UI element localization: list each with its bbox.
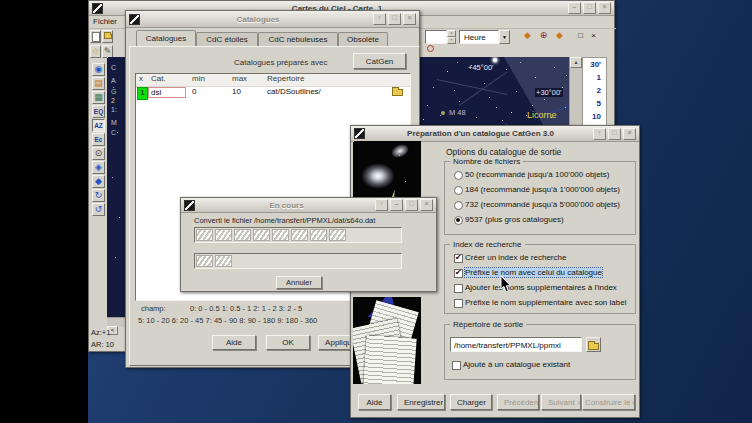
tab-obsolete[interactable]: Obsolète: [338, 32, 388, 46]
create-index-checkbox[interactable]: [454, 254, 463, 263]
catgen-titlebar[interactable]: Préparation d'un catalogue CatGen 3.0 ↑ …: [351, 126, 639, 142]
table-row[interactable]: 1 dsl 0 10 cat/DSoutlines/: [136, 87, 410, 99]
dec-label-45: +45°00': [468, 63, 494, 72]
spin-down-icon[interactable]: ▼: [447, 37, 456, 44]
dock-panel-icon[interactable]: □: [575, 30, 586, 41]
progress-titlebar[interactable]: En cours ↑ – □ ×: [181, 198, 436, 213]
ok-button[interactable]: OK: [266, 335, 310, 350]
maximize-icon[interactable]: □: [405, 199, 418, 211]
open-folder-icon[interactable]: [102, 30, 113, 43]
fov-item[interactable]: 5: [583, 97, 606, 110]
enregistrer-button[interactable]: Enregistrer: [397, 394, 445, 410]
prefix-extra-name-checkbox[interactable]: [454, 299, 463, 308]
fov-item[interactable]: 1: [583, 71, 606, 84]
aide-button[interactable]: Aide: [212, 335, 256, 350]
spin-up-icon[interactable]: ▲: [447, 30, 456, 37]
suivant-button[interactable]: Suivant >: [541, 394, 581, 410]
close-icon[interactable]: ×: [598, 2, 611, 14]
fov-item[interactable]: 10: [583, 110, 606, 123]
append-existing-checkbox[interactable]: [452, 361, 461, 370]
create-index-label[interactable]: Créer un index de recherche: [465, 253, 633, 262]
radio-9537[interactable]: [454, 216, 463, 225]
combo-dropdown-icon[interactable]: ▼: [499, 30, 510, 44]
radio-732[interactable]: [454, 201, 463, 210]
prefix-name-label[interactable]: Préfixe le nom avec celui du catalogue: [465, 268, 602, 277]
prefix-name-checkbox[interactable]: [454, 269, 463, 278]
max-cell[interactable]: 10: [232, 87, 241, 96]
col-min[interactable]: min: [192, 74, 205, 83]
col-max[interactable]: max: [232, 74, 247, 83]
active-cell[interactable]: 1: [137, 87, 148, 100]
fov-item[interactable]: 2: [583, 84, 606, 97]
prepared-with-label: Catalogues préparés avec: [234, 58, 327, 67]
time-step-spinner[interactable]: ▲ ▼: [447, 30, 456, 44]
rollup-icon[interactable]: ↑: [375, 199, 388, 211]
eq-coords-button[interactable]: EQ: [92, 105, 105, 118]
browse-output-icon[interactable]: [586, 337, 601, 352]
star-tool-icon[interactable]: ☆: [90, 45, 101, 58]
target-icon[interactable]: ◉: [92, 63, 105, 76]
cat-cell[interactable]: dsl: [148, 87, 186, 98]
tab-cdc-nebuleuses[interactable]: CdC nébuleuses: [258, 32, 338, 46]
precedent-button[interactable]: Précédent: [497, 394, 539, 410]
tab-catalogues[interactable]: Catalogues: [136, 30, 196, 46]
flip-vertical-icon[interactable]: ◆: [92, 175, 105, 188]
col-repertoire[interactable]: Repertoire: [267, 74, 304, 83]
new-document-icon[interactable]: [90, 30, 101, 43]
radio-50-label[interactable]: 50 (recommandé jusqu'à 100'000 objets): [465, 170, 633, 179]
star-field: [107, 57, 108, 58]
center-crosshair-icon[interactable]: ⊕: [537, 30, 550, 43]
col-cat[interactable]: Cat.: [151, 74, 166, 83]
prefix-extra-name-label[interactable]: Préfixe le nom supplémentaire avec son l…: [465, 298, 633, 307]
rotate-ccw-icon[interactable]: ↺: [92, 203, 105, 216]
clock-folder-icon[interactable]: ▤: [92, 77, 105, 90]
flip-horizontal-icon[interactable]: ◈: [92, 161, 105, 174]
menu-fichier[interactable]: Fichier: [93, 17, 117, 26]
chart-cut-label: 1:: [111, 106, 117, 113]
radio-184[interactable]: [454, 186, 463, 195]
charger-button[interactable]: Charger: [450, 394, 492, 410]
catgen-title: Préparation d'un catalogue CatGen 3.0: [368, 129, 593, 138]
track-object-icon[interactable]: ◆: [553, 30, 566, 43]
annuler-button[interactable]: Annuler: [276, 276, 322, 289]
time-step-input[interactable]: [425, 30, 447, 44]
col-x[interactable]: x: [139, 74, 143, 83]
catalogues-titlebar[interactable]: Catalogues ↑ □ ×: [126, 11, 419, 28]
radio-9537-label[interactable]: 9537 (plus gros catalogues): [465, 215, 633, 224]
add-extra-names-label[interactable]: Ajouter les noms supplémentaires à l'ind…: [465, 283, 633, 292]
maximize-icon[interactable]: □: [583, 2, 596, 14]
search-icon[interactable]: ⊙: [92, 147, 105, 160]
ec-coords-button[interactable]: Ec: [92, 133, 105, 146]
rollup-icon[interactable]: ↑: [593, 128, 606, 140]
chart-config-icon[interactable]: ▦: [92, 91, 105, 104]
scroll-up-icon[interactable]: ▲: [570, 57, 582, 68]
catgen-aide-button[interactable]: Aide: [358, 394, 391, 410]
append-existing-label[interactable]: Ajouté à un catalogue existant: [463, 360, 633, 369]
repertoire-cell[interactable]: cat/DSoutlines/: [267, 87, 321, 96]
close-icon[interactable]: ×: [623, 128, 636, 140]
min-cell[interactable]: 0: [192, 87, 196, 96]
rotate-cw-icon[interactable]: ↻: [92, 189, 105, 202]
close-panel-icon[interactable]: ×: [588, 30, 599, 41]
rollup-icon[interactable]: ↑: [373, 13, 386, 25]
radio-732-label[interactable]: 732 (recommandé jusqu'à 5'000'000 objets…: [465, 200, 633, 209]
maximize-icon[interactable]: □: [608, 128, 621, 140]
output-path-input[interactable]: /home/transfert/PPMXL/ppmxl: [450, 337, 582, 352]
tab-cdc-etoiles[interactable]: CdC étoiles: [196, 32, 258, 46]
close-icon[interactable]: ×: [420, 199, 433, 211]
time-unit-combo[interactable]: Heure: [459, 30, 499, 44]
minimize-icon[interactable]: –: [390, 199, 403, 211]
maximize-icon[interactable]: □: [388, 13, 401, 25]
add-extra-names-checkbox[interactable]: [454, 284, 463, 293]
browse-folder-icon[interactable]: [392, 89, 403, 96]
catgen-button[interactable]: CatGen: [353, 53, 406, 69]
radio-184-label[interactable]: 184 (recommandé jusqu'à 1'000'000 objets…: [465, 185, 633, 194]
fov-item[interactable]: 30': [583, 58, 606, 71]
radio-50[interactable]: [454, 171, 463, 180]
m48-label: M 48: [449, 108, 466, 117]
minimize-icon[interactable]: –: [568, 2, 581, 14]
az-coords-button[interactable]: AZ: [92, 119, 105, 132]
construire-button[interactable]: Construire le catalogue: [582, 394, 635, 410]
close-icon[interactable]: ×: [403, 13, 416, 25]
follow-object-icon[interactable]: ◆: [521, 30, 534, 43]
